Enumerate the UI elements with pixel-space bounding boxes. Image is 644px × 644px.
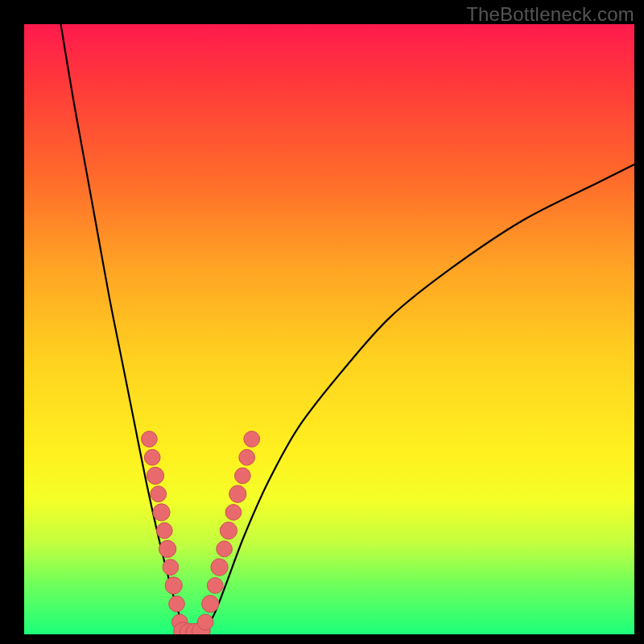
data-point xyxy=(207,578,223,594)
curve-layer xyxy=(24,24,634,634)
data-point xyxy=(220,522,237,539)
data-point xyxy=(235,468,251,484)
data-points xyxy=(142,431,260,634)
data-point xyxy=(165,577,182,594)
curve-right-branch xyxy=(201,164,634,634)
data-point xyxy=(239,449,255,465)
data-point xyxy=(144,449,160,465)
data-point xyxy=(217,541,233,557)
plot-area xyxy=(24,24,634,634)
data-point xyxy=(142,431,158,448)
data-point xyxy=(169,596,185,612)
data-point xyxy=(147,467,163,484)
chart-stage: TheBottleneck.com xyxy=(0,0,644,644)
data-point xyxy=(197,614,213,630)
data-point xyxy=(156,522,172,539)
data-point xyxy=(229,485,246,502)
data-point xyxy=(163,559,179,576)
data-point xyxy=(202,595,219,612)
data-point xyxy=(159,540,176,557)
data-point xyxy=(225,505,242,521)
watermark-text: TheBottleneck.com xyxy=(466,3,634,26)
data-point xyxy=(244,431,260,448)
data-point xyxy=(151,486,167,502)
data-point xyxy=(153,504,170,521)
data-point xyxy=(211,559,228,576)
